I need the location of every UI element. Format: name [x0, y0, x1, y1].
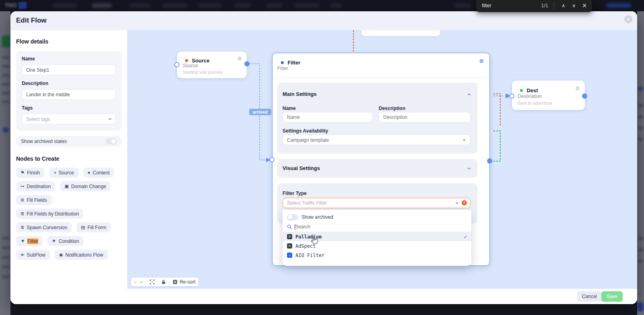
zoom-out-button[interactable]: − — [140, 280, 143, 285]
source-status-dot — [185, 59, 188, 62]
filter-type-label: Filter Type — [283, 191, 307, 196]
find-next-icon[interactable]: ∨ — [569, 3, 579, 8]
dest-node-type: Destination — [518, 93, 542, 99]
dest-node-subtitle: Sent to advertiser — [518, 101, 552, 106]
flow-canvas[interactable]: Source ⚙ Source Starting visit journey a… — [127, 30, 637, 289]
filter-output-port[interactable] — [487, 158, 492, 164]
source-node[interactable]: Source ⚙ Source Starting visit journey — [177, 52, 247, 78]
filter-status-dot — [281, 61, 284, 64]
layers-icon: ≣ — [21, 225, 24, 230]
dest-node-title: Dest — [526, 87, 538, 93]
node-chips: ⚑Finish ◑Source ●Content ↦Destination ▣D… — [16, 168, 122, 260]
filter-input-port[interactable] — [269, 157, 275, 162]
dest-node[interactable]: Dest ⚙ Destination Sent to advertiser — [512, 81, 585, 110]
flow-details-card: Name Description Tags Select tags — [16, 51, 122, 131]
filter-node[interactable]: Filter ⚙ Filter Main Settings Name Descr… — [272, 53, 490, 266]
dropdown-search-row — [283, 222, 471, 232]
check-icon: ✓ — [464, 234, 467, 240]
option-adspect[interactable]: > AdSpect — [283, 241, 471, 251]
find-query: filter — [482, 3, 491, 8]
source-node-type: Source — [183, 63, 198, 68]
show-archived-toggle[interactable] — [287, 214, 298, 220]
dest-status-dot — [520, 89, 523, 92]
option-aio-filter[interactable]: ↗ AIO Filter — [283, 251, 471, 260]
gear-icon[interactable]: ⚙ — [575, 85, 580, 91]
main-settings-panel: Main Settings Name Description Settings … — [277, 83, 477, 153]
close-icon[interactable]: ✕ — [624, 15, 632, 23]
settings-availability-select[interactable]: Campaign template — [283, 135, 471, 145]
find-close-icon[interactable]: ✕ — [579, 2, 590, 9]
filter-node-type: Filter — [277, 66, 288, 71]
canvas-toolbar: + − Re-sort — [131, 278, 198, 286]
node-chip-fill-fields[interactable]: ≣Fill Fields — [16, 195, 52, 205]
chevron-down-icon — [462, 138, 466, 142]
node-chip-content[interactable]: ●Content — [83, 168, 114, 178]
show-archived-label: Show archived — [301, 214, 333, 220]
expand-chevron-down-icon[interactable] — [467, 167, 471, 170]
fit-view-icon[interactable] — [150, 280, 155, 284]
flow-description-input[interactable] — [22, 89, 116, 100]
modal-footer: Cancel Save — [10, 289, 637, 304]
filter-name-input[interactable] — [283, 112, 373, 122]
node-chip-finish[interactable]: ⚑Finish — [16, 168, 44, 178]
browser-find-bar: filter 1/1 ∧ ∨ ✕ — [476, 0, 592, 12]
source-output-port[interactable] — [244, 61, 250, 66]
option-palladium[interactable]: > Palladium ✓ — [283, 232, 471, 241]
cancel-button[interactable]: Cancel — [577, 291, 602, 302]
clipboard-icon: ▤ — [81, 225, 85, 230]
resort-grid-icon — [173, 280, 178, 284]
node-chip-fill-fields-by-distribution[interactable]: ≣Fill Fields by Distribution — [16, 209, 83, 219]
lock-icon[interactable] — [161, 280, 166, 284]
tags-select[interactable]: Select tags — [22, 114, 116, 124]
collapse-chevron-up-icon[interactable] — [467, 93, 471, 96]
source-input-port[interactable] — [174, 62, 180, 67]
bell-icon: ◉ — [59, 253, 63, 257]
source-node-subtitle: Starting visit journey — [183, 70, 223, 75]
palladium-logo-icon: > — [287, 234, 292, 239]
filter-description-input[interactable] — [379, 112, 471, 122]
node-chip-notifications-flow[interactable]: ◉Notifications Flow — [55, 250, 108, 260]
node-chip-destination[interactable]: ↦Destination — [16, 181, 55, 191]
filter-type-select[interactable]: Select Traffic Filter ! — [283, 198, 471, 208]
dest-input-port[interactable] — [509, 93, 514, 99]
gear-icon[interactable]: ⚙ — [237, 56, 242, 62]
branch-icon: ⋔ — [20, 253, 25, 257]
find-match-highlight: Filter — [27, 238, 38, 244]
traffic-filter-dropdown: Show archived > Palladium ✓ > AdSpe — [283, 210, 471, 266]
show-archived-states-toggle[interactable] — [105, 138, 117, 144]
nodes-to-create-heading: Nodes to Create — [16, 155, 122, 162]
settings-availability-label: Settings Availability — [283, 128, 328, 134]
visual-settings-title: Visual Settings — [283, 165, 320, 171]
chevron-down-icon — [455, 201, 459, 205]
text-caret — [295, 224, 295, 230]
error-icon: ! — [462, 200, 467, 205]
resort-button[interactable]: Re-sort — [173, 280, 195, 284]
save-button[interactable]: Save — [601, 291, 623, 302]
funnel-icon: ▼ — [21, 239, 25, 243]
gear-icon[interactable]: ⚙ — [479, 58, 484, 64]
layers-icon: ≣ — [21, 211, 24, 216]
offscreen-node-card — [361, 30, 440, 36]
chevron-down-icon — [108, 117, 112, 121]
find-match-count: 1/1 — [541, 3, 548, 8]
node-chip-subflow[interactable]: ⋔SubFlow — [16, 250, 50, 260]
filter-node-title: Filter — [287, 60, 300, 66]
visual-settings-panel[interactable]: Visual Settings — [277, 159, 477, 178]
show-archived-states-label: Show archived states — [21, 139, 67, 144]
flow-details-sidebar: Flow details Name Description Tags Selec… — [10, 30, 127, 289]
dropdown-search-input[interactable] — [295, 224, 376, 230]
node-chip-source[interactable]: ◑Source — [49, 168, 78, 178]
node-chip-condition[interactable]: ▼Condition — [47, 236, 84, 246]
node-chip-filter[interactable]: ▼Filter — [16, 236, 43, 246]
flow-name-input[interactable] — [22, 64, 116, 75]
dest-output-port[interactable] — [582, 93, 587, 99]
zoom-in-button[interactable]: + — [134, 280, 137, 285]
node-chip-fill-form[interactable]: ▤Fill Form — [76, 222, 111, 232]
browser-window-icon: ▣ — [64, 184, 68, 189]
destination-arrow-icon: ↦ — [21, 184, 24, 189]
node-chip-domain-change[interactable]: ▣Domain Change — [60, 181, 110, 191]
edit-flow-modal: Edit Flow ✕ Flow details Name Descriptio… — [10, 11, 637, 304]
layers-icon: ≣ — [21, 198, 24, 202]
find-previous-icon[interactable]: ∧ — [558, 3, 569, 8]
node-chip-spawn-conversion[interactable]: ≣Spawn Conversion — [16, 222, 72, 232]
